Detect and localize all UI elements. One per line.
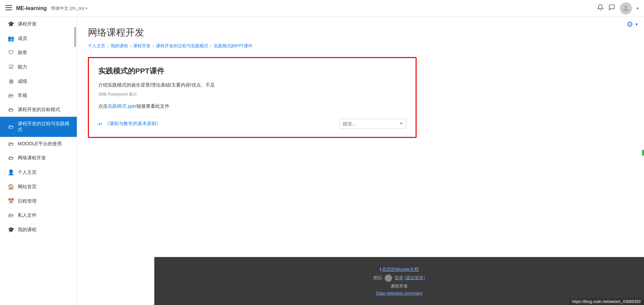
prev-arrow-icon: ↵ [98,121,103,127]
breadcrumb-sep-1: / [107,44,109,49]
svg-rect-1 [5,7,12,8]
ability-icon: ☑ [8,64,14,70]
sidebar-item-label: 课程开发的目标模式 [18,107,60,113]
sidebar-item-label: 日程管理 [18,198,37,204]
grades-icon: ⊞ [8,78,14,85]
calendar-icon: 📅 [8,198,14,204]
main-content: 网络课程开发 个人主页 / 我的课程 / 课程开发 / 课程开发的过程与实践模式… [77,17,644,305]
sidebar-item-course-dev[interactable]: 🎓 课程开发 [0,17,77,31]
my-courses-icon: 🎓 [8,226,14,233]
breadcrumb: 个人主页 / 我的课程 / 课程开发 / 课程开发的过程与实践模式 / 实践模式… [88,43,633,49]
scroll-indicator [642,150,644,156]
login-link[interactable]: 登录 [394,275,403,280]
sidebar-item-label: 我的课程 [18,227,37,233]
sidebar-item-label: 私人文件 [18,212,37,218]
sidebar-item-badges[interactable]: 🛡 勋章 [0,46,77,60]
sidebar-item-common[interactable]: 🗁 常规 [0,89,77,103]
resource-description: 介绍实践模式的诞生背景/理论基础/主要内容/优点、不足 [98,82,406,88]
logout-link[interactable]: (退出登录) [405,275,425,280]
sidebar-item-label: 个人主页 [18,169,37,175]
sidebar-item-label: 勋章 [18,50,27,56]
sidebar-item-personal-home[interactable]: 👤 个人主页 [0,165,77,180]
logged-in-text: 您以 [373,275,382,280]
info-icon: ℹ [380,267,381,272]
sidebar-item-label: 常规 [18,93,27,99]
gear-chevron-icon: ▼ [635,22,639,27]
sidebar-item-ability[interactable]: ☑ 能力 [0,60,77,74]
sidebar-item-label: 课程开发的过程与实践模式 [18,121,70,133]
sidebar-item-site-home[interactable]: 🏠 网站首页 [0,180,77,194]
footer-course-label: 课程开发 [154,283,644,289]
gear-settings-button[interactable]: ⚙ ▼ [627,20,639,29]
nav-footer: ↵ 《课程与教学的基本原则》 跳至... [98,119,406,129]
sidebar-item-my-courses[interactable]: 🎓 我的课程 [0,222,77,237]
breadcrumb-course-dev[interactable]: 课程开发 [133,43,151,49]
resource-title: 实践模式的PPT课件 [98,66,406,76]
sidebar-item-moodle[interactable]: 🗁 MOODLE平台的使用 [0,137,77,151]
gear-icon: ⚙ [627,20,633,29]
svg-rect-2 [5,9,12,10]
common-icon: 🗁 [8,93,14,99]
sidebar-scrollbar [74,27,76,47]
hamburger-menu[interactable] [5,4,12,12]
resource-file-link[interactable]: 实践模式.pptx [108,103,137,109]
breadcrumb-personal-home[interactable]: 个人主页 [88,43,105,49]
svg-rect-0 [5,5,12,6]
user-avatar[interactable] [620,2,632,14]
breadcrumb-sep-2: / [130,44,131,49]
footer-moodle-doc: ℹ 此页的Moodle文档 [154,266,644,272]
language-label: 简体中文 (zh_cn) [51,5,84,11]
online-course-icon: 🗁 [8,155,14,161]
sidebar-item-private-files[interactable]: 🗁 私人文件 [0,208,77,222]
url-bar: https://blog.csdn.net/weixin_43689393 [569,298,644,305]
sidebar-item-label: 成员 [18,36,27,42]
breadcrumb-my-courses[interactable]: 我的课程 [111,43,128,49]
sidebar-item-label: 网络课程开发 [18,155,46,161]
course-dev-icon: 🎓 [8,21,14,27]
resource-link-row: 点击实践模式.pptx链接查看此文件 [98,103,406,109]
sidebar-item-label: 能力 [18,64,27,70]
resource-box: 实践模式的PPT课件 介绍实践模式的诞生背景/理论基础/主要内容/优点、不足 3… [88,57,417,138]
notification-icon[interactable] [597,4,604,12]
sidebar: 🎓 课程开发 👥 成员 🛡 勋章 ☑ 能力 ⊞ 成绩 🗁 常规 🗁 课程开发的目… [0,17,77,305]
moodle-doc-link[interactable]: 此页的Moodle文档 [382,267,419,272]
data-retention-link[interactable]: Data retention summary [376,291,423,296]
breadcrumb-sep-3: / [153,44,154,49]
site-name: ME-learning [16,5,47,11]
sidebar-item-online-course[interactable]: 🗁 网络课程开发 [0,151,77,165]
sidebar-item-calendar[interactable]: 📅 日程管理 [0,194,77,208]
messages-icon[interactable] [608,4,615,12]
resource-meta: 3MB Powerpoint 展示 [98,92,406,97]
sidebar-item-label: 成绩 [18,79,27,85]
sidebar-item-members[interactable]: 👥 成员 [0,31,77,46]
badges-icon: 🛡 [8,50,14,56]
breadcrumb-sep-4: / [210,44,212,49]
moodle-icon: 🗁 [8,141,14,147]
content-area: 网络课程开发 个人主页 / 我的课程 / 课程开发 / 课程开发的过程与实践模式… [77,17,644,257]
course-practice-icon: 🗁 [8,124,14,130]
link-prefix-text: 点击 [98,103,108,109]
prev-link[interactable]: ↵ 《课程与教学的基本原则》 [98,121,161,127]
sidebar-item-course-dev-practice[interactable]: 🗁 课程开发的过程与实践模式 [0,117,77,137]
jump-to-select[interactable]: 跳至... [339,119,406,129]
language-selector[interactable]: 简体中文 (zh_cn) ▾ [51,5,87,11]
sidebar-item-label: MOODLE平台的使用 [18,141,62,147]
sidebar-item-label: 网站首页 [18,184,37,190]
page-footer: ℹ 此页的Moodle文档 您以 登录 (退出登录) 课程开发 Data ret… [154,257,644,305]
private-files-icon: 🗁 [8,212,14,218]
members-icon: 👥 [8,35,14,42]
breadcrumb-practice-mode[interactable]: 课程开发的过程与实践模式 [156,43,208,49]
top-nav-right: ▾ [597,2,639,14]
personal-home-icon: 👤 [8,169,14,175]
top-nav: ME-learning 简体中文 (zh_cn) ▾ ▾ [0,0,644,17]
sidebar-item-grades[interactable]: ⊞ 成绩 [0,74,77,89]
footer-logged-in: 您以 登录 (退出登录) [154,274,644,282]
page-title: 网络课程开发 [88,26,633,39]
breadcrumb-current: 实践模式的PPT课件 [214,43,253,49]
sidebar-item-course-dev-target[interactable]: 🗁 课程开发的目标模式 [0,103,77,117]
site-home-icon: 🏠 [8,184,14,190]
course-target-icon: 🗁 [8,107,14,113]
avatar-small [385,274,392,282]
svg-point-3 [625,6,627,8]
user-menu-arrow[interactable]: ▾ [637,6,639,11]
